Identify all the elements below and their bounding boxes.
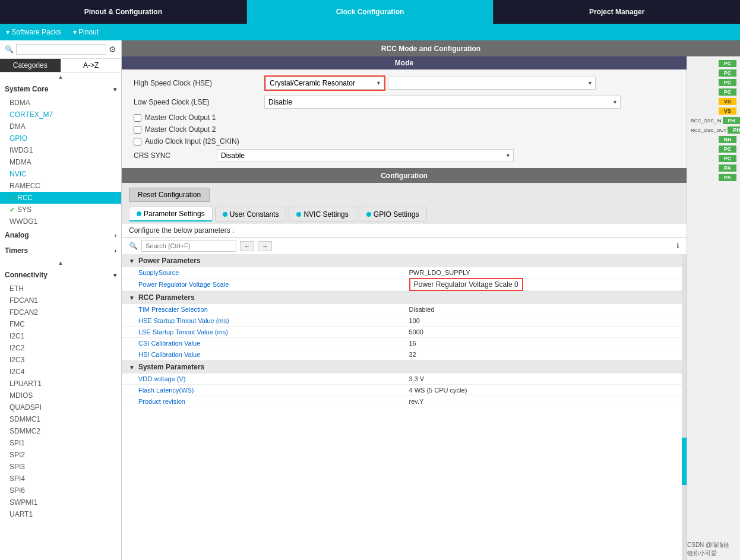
sidebar-item-bdma[interactable]: BDMA [0,97,121,109]
search-next-btn[interactable]: → [258,241,272,251]
sidebar-item-sdmmc1[interactable]: SDMMC1 [0,413,121,425]
scrollbar-track[interactable] [682,254,687,560]
tab-project[interactable]: Project Manager [494,0,740,24]
search-icon-params: 🔍 [129,242,138,250]
sidebar-item-i2c2[interactable]: I2C2 [0,342,121,354]
pin-row-6: VS [688,106,739,116]
timers-header[interactable]: Timers › [0,243,121,258]
pinout-nav[interactable]: ▾ Pinout [73,28,99,36]
tab-categories[interactable]: Categories [0,59,61,72]
sidebar-item-lpuart1[interactable]: LPUART1 [0,378,121,390]
sidebar-tabs: Categories A->Z [0,59,121,72]
mode-section-header: Mode [122,56,687,69]
reset-configuration-button[interactable]: Reset Configuration [129,188,210,202]
tab-clock[interactable]: Clock Configuration [247,0,494,24]
high-speed-select[interactable]: Crystal/Ceramic Resonator Disable BYPASS… [265,77,384,90]
system-core-chevron: ▾ [113,86,116,93]
crs-select[interactable]: Disable [217,149,514,162]
sidebar-item-swpmi1[interactable]: SWPMI1 [0,496,121,508]
sidebar-item-quadspi[interactable]: QUADSPI [0,401,121,413]
voltage-scale-value: Power Regulator Voltage Scale 0 [409,278,523,291]
pin-box-4: PC [719,88,736,96]
pin-box-1: PC [719,60,736,67]
tab-gpio-settings[interactable]: GPIO Settings [359,207,427,222]
sidebar-item-fmc[interactable]: FMC [0,318,121,330]
sidebar-item-spi2[interactable]: SPI2 [0,449,121,461]
pin-row-1: PC [688,59,739,68]
params-header: Configure the below parameters : [122,224,687,238]
sidebar-item-i2c3[interactable]: I2C3 [0,354,121,366]
master-clock2-checkbox[interactable] [134,126,141,134]
sidebar-item-cortex[interactable]: CORTEX_M7 [0,109,121,121]
audio-clock-checkbox[interactable] [134,138,141,145]
sidebar-item-uart1[interactable]: UART1 [0,508,121,520]
scroll-up-btn[interactable]: ▲ [0,72,121,81]
sidebar-item-mdma[interactable]: MDMA [0,156,121,168]
params-search-input[interactable] [141,240,236,252]
sidebar-item-nvic[interactable]: NVIC [0,168,121,180]
sys-check-icon: ✔ [10,206,15,214]
software-packs-nav[interactable]: ▾ Software Packs [6,28,61,36]
vdd-voltage-row: VDD voltage (V) 3.3 V [122,374,687,385]
sidebar-item-spi1[interactable]: SPI1 [0,437,121,449]
sidebar-item-rcc[interactable]: ✔ RCC [0,192,121,204]
connectivity-header[interactable]: Connectivity ▾ [0,267,121,283]
rcc-params-header[interactable]: ▼ RCC Parameters [122,291,687,304]
sidebar-item-i2c4[interactable]: I2C4 [0,366,121,378]
low-speed-select-container: Disable Crystal/Ceramic Resonator BYPASS… [264,96,621,109]
rcc-title: RCC Mode and Configuration [122,40,740,56]
sidebar-item-i2c1[interactable]: I2C1 [0,330,121,342]
system-core-header[interactable]: System Core ▾ [0,81,121,97]
sidebar-item-spi4[interactable]: SPI4 [0,473,121,485]
sidebar-search-input[interactable] [16,44,106,55]
info-icon[interactable]: ℹ [676,242,679,250]
gear-icon[interactable]: ⚙ [109,45,116,54]
sidebar-item-wwdg1[interactable]: WWDG1 [0,216,121,227]
master-clock1-checkbox[interactable] [134,114,141,122]
pin-row-5: VS [688,97,739,106]
low-speed-row: Low Speed Clock (LSE) Disable Crystal/Ce… [134,96,675,109]
system-params-header[interactable]: ▼ System Parameters [122,360,687,374]
flash-latency-row: Flash Latency(WS) 4 WS (5 CPU cycle) [122,385,687,396]
params-table: ▼ Power Parameters SupplySource PWR_LDO_… [122,254,687,560]
sidebar-item-fdcan2[interactable]: FDCAN2 [0,306,121,318]
audio-clock-row: Audio Clock Input (I2S_CKIN) [134,137,675,145]
high-speed-row: High Speed Clock (HSE) Crystal/Ceramic R… [134,75,675,91]
sidebar-item-sdmmc2[interactable]: SDMMC2 [0,425,121,437]
sidebar-item-dma[interactable]: DMA [0,121,121,132]
system-core-items: BDMA CORTEX_M7 DMA GPIO IWDG1 MDMA NVIC … [0,97,121,227]
sidebar-item-eth[interactable]: ETH [0,283,121,295]
sidebar-item-ramecc[interactable]: RAMECC [0,180,121,192]
rcc-check-icon: ✔ [10,194,15,202]
sidebar-item-iwdg1[interactable]: IWDG1 [0,144,121,156]
sidebar-item-sys[interactable]: ✔ SYS [0,204,121,216]
high-speed-extra-container [388,77,596,90]
tab-pinout[interactable]: Pinout & Configuration [0,0,247,24]
scrollbar-thumb[interactable] [682,438,687,485]
tab-az[interactable]: A->Z [61,59,122,72]
power-params-header[interactable]: ▼ Power Parameters [122,254,687,267]
tab-user-constants[interactable]: User Constants [215,207,287,222]
sidebar-item-spi6[interactable]: SPI6 [0,485,121,496]
configuration-header: Configuration [122,168,687,183]
sidebar-item-spi3[interactable]: SPI3 [0,461,121,473]
low-speed-select[interactable]: Disable Crystal/Ceramic Resonator BYPASS… [264,96,621,109]
pin-box-2: PC [719,69,736,77]
tim-prescaler-row: TIM Prescaler Selection Disabled [122,304,687,315]
analog-header[interactable]: Analog › [0,227,121,243]
sidebar-item-mdios[interactable]: MDIOS [0,390,121,401]
search-prev-btn[interactable]: ← [240,241,254,251]
power-params-arrow: ▼ [129,258,135,264]
sidebar-item-fdcan1[interactable]: FDCAN1 [0,295,121,306]
master-clock2-row: Master Clock Output 2 [134,125,675,134]
pin-list: PC PC PC PC [687,56,740,185]
high-speed-extra-select[interactable] [388,77,596,90]
sidebar-item-gpio[interactable]: GPIO [0,132,121,144]
tab-parameter-settings[interactable]: Parameter Settings [129,207,213,222]
tab-nvic-settings[interactable]: NVIC Settings [289,207,356,222]
pin-row-2: PC [688,68,739,78]
pin-box-12: PA [719,174,736,181]
csi-calibration-row: CSI Calibration Value 16 [122,338,687,349]
scroll-mid-btn[interactable]: ▲ [0,258,121,267]
rcc-osc-in-label: RCC_OSC_IN [691,118,723,124]
